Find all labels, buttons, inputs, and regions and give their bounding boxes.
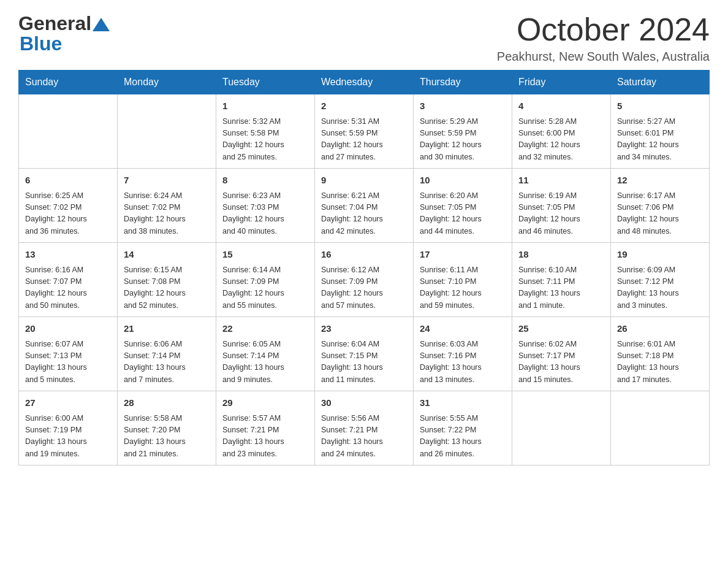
calendar-day-26: 26Sunrise: 6:01 AM Sunset: 7:18 PM Dayli… bbox=[611, 317, 710, 391]
calendar-day-11: 11Sunrise: 6:19 AM Sunset: 7:05 PM Dayli… bbox=[512, 169, 611, 243]
calendar-day-3: 3Sunrise: 5:29 AM Sunset: 5:59 PM Daylig… bbox=[414, 94, 512, 169]
day-number: 11 bbox=[518, 174, 604, 188]
calendar-day-28: 28Sunrise: 5:58 AM Sunset: 7:20 PM Dayli… bbox=[118, 391, 216, 465]
day-info: Sunrise: 6:23 AM Sunset: 7:03 PM Dayligh… bbox=[222, 190, 308, 238]
calendar-day-8: 8Sunrise: 6:23 AM Sunset: 7:03 PM Daylig… bbox=[216, 169, 315, 243]
empty-cell bbox=[611, 391, 710, 465]
col-header-saturday: Saturday bbox=[611, 71, 710, 94]
day-number: 27 bbox=[25, 396, 111, 410]
day-info: Sunrise: 5:28 AM Sunset: 6:00 PM Dayligh… bbox=[518, 116, 604, 164]
day-info: Sunrise: 6:25 AM Sunset: 7:02 PM Dayligh… bbox=[25, 190, 111, 238]
calendar-day-14: 14Sunrise: 6:15 AM Sunset: 7:08 PM Dayli… bbox=[118, 243, 216, 317]
day-info: Sunrise: 6:17 AM Sunset: 7:06 PM Dayligh… bbox=[617, 190, 703, 238]
day-info: Sunrise: 5:58 AM Sunset: 7:20 PM Dayligh… bbox=[124, 413, 210, 461]
day-info: Sunrise: 6:11 AM Sunset: 7:10 PM Dayligh… bbox=[420, 264, 506, 312]
day-number: 15 bbox=[222, 248, 308, 262]
svg-marker-0 bbox=[93, 18, 110, 31]
calendar-day-17: 17Sunrise: 6:11 AM Sunset: 7:10 PM Dayli… bbox=[414, 243, 512, 317]
day-number: 3 bbox=[420, 99, 506, 113]
calendar-day-16: 16Sunrise: 6:12 AM Sunset: 7:09 PM Dayli… bbox=[315, 243, 414, 317]
location: Peakhurst, New South Wales, Australia bbox=[497, 50, 710, 64]
day-info: Sunrise: 6:07 AM Sunset: 7:13 PM Dayligh… bbox=[25, 339, 111, 386]
day-number: 2 bbox=[321, 99, 407, 113]
calendar-day-7: 7Sunrise: 6:24 AM Sunset: 7:02 PM Daylig… bbox=[118, 169, 216, 243]
logo-blue: Blue bbox=[20, 33, 62, 55]
day-number: 31 bbox=[420, 396, 506, 410]
day-number: 9 bbox=[321, 174, 407, 188]
day-info: Sunrise: 6:14 AM Sunset: 7:09 PM Dayligh… bbox=[222, 264, 308, 312]
day-number: 7 bbox=[124, 174, 210, 188]
calendar-day-6: 6Sunrise: 6:25 AM Sunset: 7:02 PM Daylig… bbox=[19, 169, 118, 243]
empty-cell bbox=[118, 94, 216, 169]
calendar-day-24: 24Sunrise: 6:03 AM Sunset: 7:16 PM Dayli… bbox=[414, 317, 512, 391]
day-number: 10 bbox=[420, 174, 506, 188]
logo-triangle-icon bbox=[93, 18, 110, 31]
day-info: Sunrise: 6:10 AM Sunset: 7:11 PM Dayligh… bbox=[518, 264, 604, 312]
col-header-tuesday: Tuesday bbox=[216, 71, 315, 94]
day-number: 1 bbox=[222, 99, 308, 113]
calendar-day-31: 31Sunrise: 5:55 AM Sunset: 7:22 PM Dayli… bbox=[414, 391, 512, 465]
day-info: Sunrise: 6:12 AM Sunset: 7:09 PM Dayligh… bbox=[321, 264, 407, 312]
col-header-friday: Friday bbox=[512, 71, 611, 94]
day-info: Sunrise: 6:24 AM Sunset: 7:02 PM Dayligh… bbox=[124, 190, 210, 238]
calendar-day-25: 25Sunrise: 6:02 AM Sunset: 7:17 PM Dayli… bbox=[512, 317, 611, 391]
calendar-day-23: 23Sunrise: 6:04 AM Sunset: 7:15 PM Dayli… bbox=[315, 317, 414, 391]
calendar-day-12: 12Sunrise: 6:17 AM Sunset: 7:06 PM Dayli… bbox=[611, 169, 710, 243]
calendar-day-1: 1Sunrise: 5:32 AM Sunset: 5:58 PM Daylig… bbox=[216, 94, 315, 169]
day-info: Sunrise: 5:31 AM Sunset: 5:59 PM Dayligh… bbox=[321, 116, 407, 164]
calendar-week-row: 1Sunrise: 5:32 AM Sunset: 5:58 PM Daylig… bbox=[19, 94, 710, 169]
page-header: General Blue October 2024 Peakhurst, New… bbox=[18, 12, 710, 64]
month-title: October 2024 bbox=[497, 12, 710, 47]
day-info: Sunrise: 5:55 AM Sunset: 7:22 PM Dayligh… bbox=[420, 413, 506, 461]
calendar-day-5: 5Sunrise: 5:27 AM Sunset: 6:01 PM Daylig… bbox=[611, 94, 710, 169]
day-number: 29 bbox=[222, 396, 308, 410]
day-info: Sunrise: 6:15 AM Sunset: 7:08 PM Dayligh… bbox=[124, 264, 210, 312]
col-header-thursday: Thursday bbox=[414, 71, 512, 94]
day-info: Sunrise: 6:03 AM Sunset: 7:16 PM Dayligh… bbox=[420, 339, 506, 386]
day-number: 28 bbox=[124, 396, 210, 410]
day-number: 6 bbox=[25, 174, 111, 188]
day-info: Sunrise: 5:27 AM Sunset: 6:01 PM Dayligh… bbox=[617, 116, 703, 164]
day-info: Sunrise: 6:16 AM Sunset: 7:07 PM Dayligh… bbox=[25, 264, 111, 312]
day-number: 30 bbox=[321, 396, 407, 410]
day-info: Sunrise: 6:21 AM Sunset: 7:04 PM Dayligh… bbox=[321, 190, 407, 238]
calendar-day-13: 13Sunrise: 6:16 AM Sunset: 7:07 PM Dayli… bbox=[19, 243, 118, 317]
calendar-day-22: 22Sunrise: 6:05 AM Sunset: 7:14 PM Dayli… bbox=[216, 317, 315, 391]
title-block: October 2024 Peakhurst, New South Wales,… bbox=[497, 12, 710, 64]
calendar-day-27: 27Sunrise: 6:00 AM Sunset: 7:19 PM Dayli… bbox=[19, 391, 118, 465]
calendar-day-21: 21Sunrise: 6:06 AM Sunset: 7:14 PM Dayli… bbox=[118, 317, 216, 391]
day-number: 16 bbox=[321, 248, 407, 262]
calendar-day-9: 9Sunrise: 6:21 AM Sunset: 7:04 PM Daylig… bbox=[315, 169, 414, 243]
calendar-day-18: 18Sunrise: 6:10 AM Sunset: 7:11 PM Dayli… bbox=[512, 243, 611, 317]
day-info: Sunrise: 5:56 AM Sunset: 7:21 PM Dayligh… bbox=[321, 413, 407, 461]
day-info: Sunrise: 6:20 AM Sunset: 7:05 PM Dayligh… bbox=[420, 190, 506, 238]
empty-cell bbox=[512, 391, 611, 465]
day-info: Sunrise: 6:19 AM Sunset: 7:05 PM Dayligh… bbox=[518, 190, 604, 238]
calendar-table: SundayMondayTuesdayWednesdayThursdayFrid… bbox=[18, 70, 710, 465]
day-info: Sunrise: 6:04 AM Sunset: 7:15 PM Dayligh… bbox=[321, 339, 407, 386]
calendar-day-30: 30Sunrise: 5:56 AM Sunset: 7:21 PM Dayli… bbox=[315, 391, 414, 465]
day-info: Sunrise: 5:29 AM Sunset: 5:59 PM Dayligh… bbox=[420, 116, 506, 164]
day-number: 17 bbox=[420, 248, 506, 262]
calendar-day-2: 2Sunrise: 5:31 AM Sunset: 5:59 PM Daylig… bbox=[315, 94, 414, 169]
calendar-day-19: 19Sunrise: 6:09 AM Sunset: 7:12 PM Dayli… bbox=[611, 243, 710, 317]
day-number: 8 bbox=[222, 174, 308, 188]
day-number: 22 bbox=[222, 322, 308, 336]
day-info: Sunrise: 6:02 AM Sunset: 7:17 PM Dayligh… bbox=[518, 339, 604, 386]
day-number: 14 bbox=[124, 248, 210, 262]
day-number: 18 bbox=[518, 248, 604, 262]
day-number: 5 bbox=[617, 99, 703, 113]
day-number: 20 bbox=[25, 322, 111, 336]
empty-cell bbox=[19, 94, 118, 169]
calendar-week-row: 13Sunrise: 6:16 AM Sunset: 7:07 PM Dayli… bbox=[19, 243, 710, 317]
day-number: 13 bbox=[25, 248, 111, 262]
day-info: Sunrise: 5:32 AM Sunset: 5:58 PM Dayligh… bbox=[222, 116, 308, 164]
col-header-wednesday: Wednesday bbox=[315, 71, 414, 94]
day-info: Sunrise: 6:01 AM Sunset: 7:18 PM Dayligh… bbox=[617, 339, 703, 386]
day-info: Sunrise: 6:05 AM Sunset: 7:14 PM Dayligh… bbox=[222, 339, 308, 386]
day-number: 23 bbox=[321, 322, 407, 336]
calendar-day-10: 10Sunrise: 6:20 AM Sunset: 7:05 PM Dayli… bbox=[414, 169, 512, 243]
day-number: 12 bbox=[617, 174, 703, 188]
col-header-sunday: Sunday bbox=[19, 71, 118, 94]
logo-general: General bbox=[18, 12, 91, 35]
